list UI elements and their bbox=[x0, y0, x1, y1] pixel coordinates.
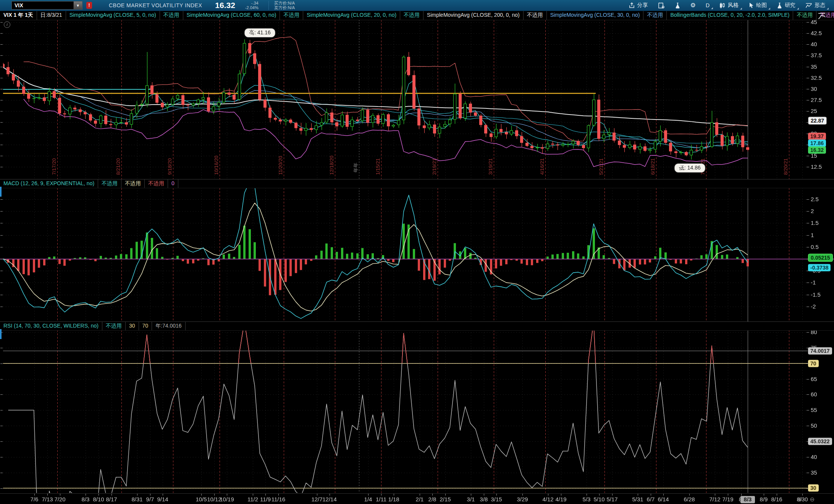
timeframe-label[interactable]: VIX 1 年 1天 bbox=[0, 11, 37, 20]
macd-axis-badge: -0.3738 bbox=[808, 264, 831, 271]
last-price: 16.32 bbox=[215, 1, 235, 10]
axis-settings-icon[interactable] bbox=[817, 12, 826, 23]
analyze-button[interactable] bbox=[671, 1, 684, 10]
study-badge-5-0[interactable]: 不适用 bbox=[793, 11, 816, 20]
time-axis[interactable] bbox=[0, 493, 834, 504]
notebook-icon bbox=[658, 2, 665, 9]
study-badge-1-0[interactable]: 不适用 bbox=[280, 11, 303, 20]
study-label-2[interactable]: SimpleMovingAvg (CLOSE, 20, 0, no) bbox=[303, 11, 400, 20]
macd-pane-handle[interactable] bbox=[0, 187, 2, 197]
price-axis-badge: 17.86 bbox=[808, 140, 826, 147]
study-label-1[interactable]: SimpleMovingAvg (CLOSE, 60, 0, no) bbox=[183, 11, 280, 20]
study-badge-4-0[interactable]: 不适用 bbox=[643, 11, 667, 20]
chart-canvas[interactable] bbox=[0, 0, 834, 504]
rsi-badge-3[interactable]: 年:74.0016 bbox=[152, 322, 186, 330]
chart-toolbar: 分享 ⚙ D 风格 绘图 bbox=[625, 1, 829, 10]
study-badge-2-0[interactable]: 不适用 bbox=[400, 11, 423, 20]
high-tooltip: 高: 41.16 bbox=[244, 28, 275, 37]
rsi-pane-handle[interactable] bbox=[0, 329, 2, 339]
pattern-icon bbox=[805, 2, 812, 9]
rsi-header-bar: RSI (14, 70, 30, CLOSE, WILDERS, no) 不适用… bbox=[0, 321, 834, 331]
cursor-icon bbox=[748, 2, 754, 9]
macd-study-label[interactable]: MACD (12, 26, 9, EXPONENTIAL, no) bbox=[0, 179, 98, 188]
zoom-controls[interactable]: ⊕ ⊖ bbox=[797, 496, 818, 503]
style-button[interactable]: 风格 bbox=[716, 1, 742, 10]
bid-value: 买方价:N/A bbox=[274, 1, 295, 5]
dropdown-corner bbox=[711, 7, 713, 9]
ask-value: 卖方价:N/A bbox=[274, 5, 295, 10]
flask-icon bbox=[675, 2, 680, 9]
rsi-axis-badge: 70 bbox=[808, 360, 819, 367]
price-change: -.34 -2.04% bbox=[245, 1, 259, 10]
symbol-input[interactable]: VIX ▼ bbox=[11, 1, 82, 10]
price-axis-badge: 16.32 bbox=[808, 147, 826, 154]
macd-badge-1[interactable]: 不适用 bbox=[121, 179, 145, 188]
macd-badge-3[interactable]: 0 bbox=[168, 179, 178, 188]
macd-axis-badge: 0.05215 bbox=[808, 254, 833, 262]
low-tooltip: 低: 14.86 bbox=[674, 163, 705, 173]
symbol-dropdown-button[interactable]: ▼ bbox=[73, 2, 82, 9]
instrument-title: CBOE MARKET VOLATILITY INDEX bbox=[109, 2, 202, 8]
research-button[interactable]: 研究 bbox=[773, 1, 799, 10]
macd-badge-2[interactable]: 不适用 bbox=[145, 179, 168, 188]
rsi-study-label[interactable]: RSI (14, 70, 30, CLOSE, WILDERS, no) bbox=[0, 322, 102, 330]
info-icon[interactable]: i bbox=[4, 21, 10, 28]
macd-header-bar: MACD (12, 26, 9, EXPONENTIAL, no) 不适用不适用… bbox=[0, 179, 834, 188]
symbol-value[interactable]: VIX bbox=[12, 2, 73, 8]
macd-badge-0[interactable]: 不适用 bbox=[98, 179, 121, 188]
studies-bar: VIX 1 年 1天 日:8/3/21 SimpleMovingAvg (CLO… bbox=[0, 11, 834, 20]
bid-ask-block: 买方价:N/A 卖方价:N/A bbox=[268, 1, 295, 10]
corporate-action-icon[interactable]: ! bbox=[86, 2, 92, 9]
share-icon bbox=[629, 2, 635, 9]
pattern-button[interactable]: 形态 bbox=[802, 1, 829, 10]
study-label-5[interactable]: BollingerBands (CLOSE, 0, 20, -2.0, 2.0,… bbox=[667, 11, 793, 20]
gear-icon: ⚙ bbox=[690, 2, 696, 8]
share-button[interactable]: 分享 bbox=[625, 1, 651, 10]
candles-icon bbox=[719, 2, 726, 9]
draw-button[interactable]: 绘图 bbox=[745, 1, 770, 10]
date-label[interactable]: 日:8/3/21 bbox=[37, 11, 66, 20]
study-badge-3-0[interactable]: 不适用 bbox=[524, 11, 547, 20]
research-flask-icon bbox=[777, 2, 782, 9]
change-percent: -2.04% bbox=[245, 5, 259, 10]
price-axis-badge: 19.37 bbox=[808, 133, 826, 140]
study-label-4[interactable]: SimpleMovingAvg (CLOSE, 30, 0, no) bbox=[547, 11, 644, 20]
timeframe-button[interactable]: D bbox=[702, 1, 713, 10]
study-label-0[interactable]: SimpleMovingAvg (CLOSE, 5, 0, no) bbox=[66, 11, 160, 20]
study-label-3[interactable]: SimpleMovingAvg (CLOSE, 200, 0, no) bbox=[423, 11, 524, 20]
rsi-axis-badge: 30 bbox=[808, 485, 819, 492]
study-badge-0-0[interactable]: 不适用 bbox=[160, 11, 183, 20]
top-header-bar: VIX ▼ ! CBOE MARKET VOLATILITY INDEX 16.… bbox=[0, 0, 834, 11]
change-value: -.34 bbox=[245, 1, 259, 5]
rsi-axis-badge: 45.0322 bbox=[808, 438, 832, 445]
rsi-badge-0[interactable]: 不适用 bbox=[102, 322, 126, 330]
settings-button[interactable]: ⚙ bbox=[687, 1, 699, 10]
price-axis-badge: 22.87 bbox=[808, 117, 827, 125]
rsi-badge-2[interactable]: 70 bbox=[139, 322, 152, 330]
rsi-axis-badge: 74.0017 bbox=[808, 347, 832, 355]
notes-button[interactable] bbox=[655, 1, 668, 10]
rsi-badge-1[interactable]: 30 bbox=[126, 322, 139, 330]
